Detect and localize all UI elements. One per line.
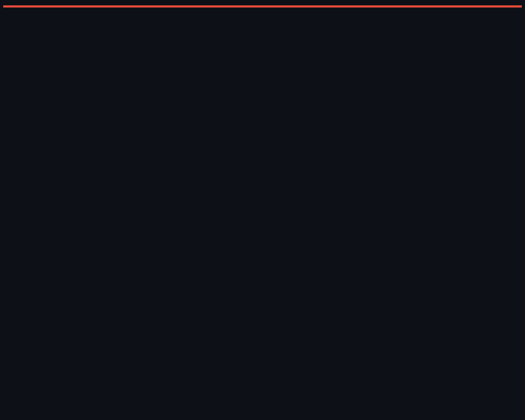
- highlight-region: [3, 5, 522, 8]
- code-editor: [0, 0, 525, 420]
